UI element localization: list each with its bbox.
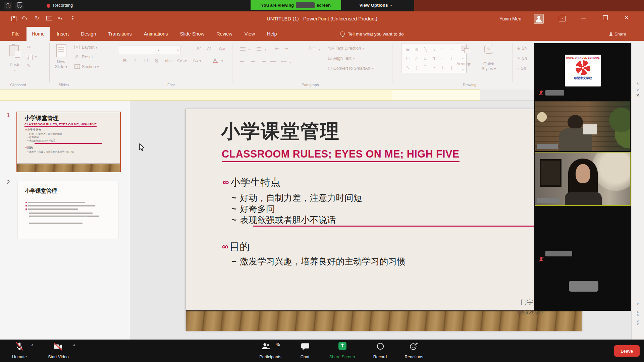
tab-design[interactable]: Design xyxy=(76,27,101,41)
mic-muted-icon[interactable] xyxy=(15,342,24,352)
left-brace-shape-icon[interactable]: { xyxy=(438,63,447,72)
ribbon-display-options-button[interactable]: ▴ xyxy=(559,16,566,21)
font-color-dropdown-icon[interactable]: ▾ xyxy=(221,59,223,63)
slide-bullet-heading-2[interactable]: ∞目的 xyxy=(222,240,250,254)
unmute-label[interactable]: Unmute xyxy=(6,355,33,359)
quick-styles-button[interactable]: ✎ xyxy=(484,45,493,54)
font-name-combo[interactable]: ▾ xyxy=(118,46,161,54)
grow-font-button[interactable]: A▴ xyxy=(196,46,201,51)
copy-dropdown-icon[interactable]: ▾ xyxy=(35,55,37,59)
bold-button[interactable]: B xyxy=(123,58,127,63)
increase-indent-icon[interactable]: ⇥ xyxy=(284,46,288,51)
ppt-share-button[interactable]: Share xyxy=(609,27,626,41)
reset-icon[interactable]: ↺ xyxy=(74,54,78,59)
scroll-split-icon[interactable]: ∨ xyxy=(632,88,644,92)
clear-formatting-button[interactable]: A xyxy=(219,46,225,51)
section-label[interactable]: Section ▾ xyxy=(82,64,99,69)
participant-video-2-active[interactable] xyxy=(535,152,631,206)
slide-sub-bullet[interactable]: ~激发学习兴趣，培养良好的主动学习的习惯 xyxy=(231,256,406,267)
arc-shape-icon[interactable]: ⌒ xyxy=(421,63,430,72)
slide-thumbnail-1[interactable]: 小学课堂管理 CLASSROOM RULES; EYES ON ME; HIGH… xyxy=(16,112,121,172)
unmute-options-chevron[interactable]: ∧ xyxy=(31,343,34,347)
more-shapes-icon[interactable]: ▾ xyxy=(462,68,464,72)
rounded-rect-shape-icon[interactable]: ▢ xyxy=(404,54,412,63)
italic-button[interactable]: I xyxy=(134,58,136,63)
align-left-button[interactable] xyxy=(240,58,246,64)
copy-icon[interactable] xyxy=(27,54,31,59)
right-arrow-shape-icon[interactable]: ⇨ xyxy=(438,54,447,63)
shrink-font-button[interactable]: A▾ xyxy=(207,46,211,51)
scroll-down-icon[interactable]: ∨ xyxy=(632,302,644,306)
line-shape-icon[interactable]: ╲ xyxy=(421,45,430,54)
record-icon[interactable] xyxy=(376,342,385,351)
paste-button[interactable] xyxy=(9,45,19,56)
shape-effects-button[interactable]: ◐ Sh xyxy=(517,65,526,71)
ppt-scrollbar[interactable]: ∧ ∨ ✕ ∨ ∧∧ ∨∨ xyxy=(631,43,644,340)
line-spacing-icon[interactable]: ⇅ xyxy=(309,46,316,51)
arrow-shape-icon[interactable]: ↘ xyxy=(430,45,438,54)
align-center-button[interactable] xyxy=(250,58,256,64)
chat-label[interactable]: Chat xyxy=(295,355,315,359)
share-screen-label[interactable]: Share Screen xyxy=(325,355,359,359)
slide-sub-bullet[interactable]: ~好动，自制力差，注意力时间短 xyxy=(231,192,362,204)
vertical-text-box-icon[interactable]: ▥ xyxy=(412,45,421,54)
tab-help[interactable]: Help xyxy=(262,27,282,41)
decrease-indent-icon[interactable]: ⇤ xyxy=(275,46,279,51)
share-screen-icon[interactable] xyxy=(338,342,347,350)
encryption-shield-icon[interactable]: ✓ xyxy=(15,2,23,10)
bullets-dropdown-icon[interactable]: ▾ xyxy=(248,48,250,51)
video-options-chevron[interactable]: ∧ xyxy=(73,343,75,347)
freeform-shape-icon[interactable]: ∿ xyxy=(404,63,412,72)
layout-icon[interactable]: ▤ xyxy=(74,45,80,49)
reactions-label[interactable]: Reactions xyxy=(400,355,428,359)
section-icon[interactable]: ≡ xyxy=(74,64,80,69)
align-right-button[interactable] xyxy=(260,58,266,64)
participants-label[interactable]: Participants xyxy=(254,355,287,359)
tab-animations[interactable]: Animations xyxy=(139,27,173,41)
slide-sub-bullet[interactable]: ~好奇多问 xyxy=(231,203,275,215)
tab-transitions[interactable]: Transitions xyxy=(103,27,137,41)
slide-thumbnail-2[interactable]: 小学课堂管理 xyxy=(17,181,118,239)
tab-view[interactable]: View xyxy=(239,27,260,41)
strikethrough-button[interactable]: abc xyxy=(165,59,171,63)
text-direction-button[interactable]: ⇅A Text Direction ▾ xyxy=(328,45,364,51)
justify-button[interactable] xyxy=(270,58,276,64)
shape-outline-button[interactable]: ✎ Sh xyxy=(517,55,527,61)
convert-smartart-button[interactable]: ◫ Convert to SmartArt ▾ xyxy=(328,65,374,71)
slide-bullet-heading-1[interactable]: ∞小学生特点 xyxy=(223,176,281,189)
text-box-shape-icon[interactable]: ▣ xyxy=(404,45,412,54)
chat-icon[interactable] xyxy=(301,342,310,351)
tab-file[interactable]: File xyxy=(7,27,24,41)
close-button[interactable]: ✕ xyxy=(625,15,629,21)
triangle-shape-icon[interactable]: △ xyxy=(412,54,421,63)
next-slide-button[interactable]: ∨∨ xyxy=(632,320,644,325)
curve-shape-icon[interactable]: ) xyxy=(412,63,421,72)
new-slide-button[interactable] xyxy=(56,44,66,57)
record-label[interactable]: Record xyxy=(369,355,391,359)
reactions-icon[interactable] xyxy=(409,342,419,351)
character-spacing-button[interactable]: AV↔▾ xyxy=(177,58,186,63)
shapes-gallery[interactable]: ▣▥╲↘▭○ ▢△∟↴⇨⇩ ∿)⌒~{} xyxy=(401,44,467,73)
oval-shape-icon[interactable]: ○ xyxy=(447,45,456,54)
maximize-button[interactable] xyxy=(603,15,608,20)
slide-canvas[interactable]: 小学课堂管理 CLASSROOM RULES; EYES ON ME; HIGH… xyxy=(185,109,582,331)
scroll-down-icon[interactable]: ▾ xyxy=(462,57,464,60)
tab-review[interactable]: Review xyxy=(211,27,237,41)
notification-close-icon[interactable]: ✕ xyxy=(632,94,644,98)
elbow-arrow-shape-icon[interactable]: ↴ xyxy=(430,54,438,63)
tell-me-search[interactable]: Tell me what you want to do xyxy=(340,27,404,41)
minimize-button[interactable]: — xyxy=(581,15,586,20)
cut-icon[interactable]: ✂ xyxy=(27,44,31,50)
text-shadow-button[interactable]: S xyxy=(155,58,158,63)
paste-dropdown-icon[interactable]: ▾ xyxy=(14,68,15,72)
layout-label[interactable]: Layout ▾ xyxy=(82,45,97,50)
tab-home[interactable]: Home xyxy=(26,27,50,41)
underline-button[interactable]: U xyxy=(144,58,148,63)
line-spacing-dropdown-icon[interactable]: ▾ xyxy=(319,48,320,51)
wave-shape-icon[interactable]: ~ xyxy=(430,63,438,72)
columns-button[interactable] xyxy=(281,58,283,64)
scroll-up-icon[interactable]: ∧ xyxy=(632,81,644,85)
align-text-button[interactable]: ▤ Align Text ▾ xyxy=(328,55,355,61)
account-avatar[interactable] xyxy=(534,14,544,24)
slide-sub-bullet[interactable]: ~表现欲强或者胆小不说话 xyxy=(231,214,336,226)
